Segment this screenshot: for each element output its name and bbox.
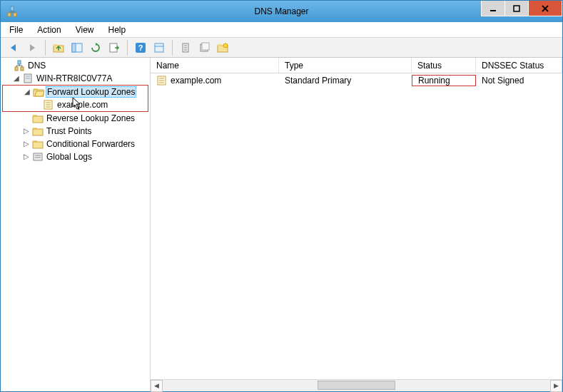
svg-rect-27 [218, 44, 222, 46]
cell-name: example.com [151, 75, 279, 86]
zone-icon [43, 99, 54, 110]
svg-rect-44 [33, 116, 43, 123]
toolbar-sep-2 [127, 40, 128, 56]
close-button[interactable] [528, 1, 562, 16]
scroll-track[interactable] [163, 380, 550, 392]
dns-manager-window: DNS Manager File Action View Help ? [0, 0, 563, 392]
toolbar-button-b[interactable] [196, 39, 213, 56]
cell-name-text: example.com [171, 76, 221, 86]
tree-zone-example[interactable]: example.com [3, 98, 148, 111]
svg-rect-12 [54, 44, 58, 46]
window-title: DNS Manager [254, 6, 308, 16]
logs-icon [32, 151, 44, 163]
svg-rect-48 [33, 142, 43, 148]
svg-rect-30 [15, 67, 18, 71]
cell-dnssec: Not Signed [476, 76, 562, 86]
tree-cond-label: Conditional Forwarders [45, 139, 136, 149]
svg-rect-46 [33, 129, 43, 135]
chevron-right-icon[interactable]: ▷ [22, 127, 31, 135]
list-body[interactable]: example.com Standard Primary Running Not… [151, 73, 562, 379]
horizontal-scrollbar[interactable]: ◀ ▶ [151, 379, 562, 391]
column-status[interactable]: Status [412, 58, 476, 73]
svg-rect-1 [8, 13, 11, 16]
tree-forward-label: Forward Lookup Zones [46, 86, 136, 98]
annotation-highlight-tree: ◢ Forward Lookup Zones example.com [2, 85, 148, 112]
svg-rect-25 [202, 43, 209, 50]
tree-reverse-label: Reverse Lookup Zones [45, 113, 136, 123]
tree-server-label: WIN-RTR8IC0V77A [35, 73, 113, 83]
minimize-button[interactable] [481, 1, 505, 16]
chevron-right-icon[interactable]: ▷ [22, 153, 31, 161]
tree-logs-label: Global Logs [45, 152, 93, 162]
column-name[interactable]: Name [151, 58, 279, 73]
scroll-right-button[interactable]: ▶ [550, 380, 562, 392]
spacer [33, 100, 41, 109]
properties-button[interactable] [151, 39, 168, 56]
toolbar: ? [1, 38, 562, 58]
tree-reverse-lookup-zones[interactable]: Reverse Lookup Zones [2, 112, 148, 125]
forward-button[interactable] [24, 39, 41, 56]
svg-point-28 [223, 43, 228, 48]
tree-trust-label: Trust Points [45, 126, 93, 136]
svg-rect-31 [21, 67, 24, 71]
maximize-button[interactable] [504, 1, 529, 16]
new-zone-button[interactable] [214, 39, 231, 56]
column-type[interactable]: Type [279, 58, 412, 73]
menu-help[interactable]: Help [106, 24, 129, 36]
tree-server[interactable]: ◢ WIN-RTR8IC0V77A [2, 72, 148, 85]
svg-rect-14 [72, 43, 76, 52]
folder-icon [32, 113, 44, 124]
scroll-thumb[interactable] [318, 381, 395, 390]
show-hide-tree-button[interactable] [69, 39, 86, 56]
menubar: File Action View Help [1, 22, 562, 38]
tree-root-dns[interactable]: DNS [2, 59, 148, 72]
spacer [22, 114, 31, 123]
up-one-level-button[interactable] [50, 39, 67, 56]
main-body: DNS ◢ WIN-RTR8IC0V77A ◢ Forward Lookup Z… [1, 58, 562, 391]
zone-icon [156, 75, 168, 86]
svg-rect-35 [26, 76, 30, 77]
folder-icon [32, 138, 44, 150]
tree-pane[interactable]: DNS ◢ WIN-RTR8IC0V77A ◢ Forward Lookup Z… [1, 58, 151, 391]
chevron-down-icon[interactable] [4, 61, 12, 70]
chevron-right-icon[interactable]: ▷ [22, 140, 31, 148]
svg-rect-8 [514, 6, 519, 11]
export-list-button[interactable] [106, 39, 123, 56]
svg-rect-49 [34, 153, 42, 160]
svg-rect-29 [18, 61, 21, 64]
menu-file[interactable]: File [6, 24, 26, 36]
list-pane: Name Type Status DNSSEC Status example.c… [151, 58, 562, 391]
tree-trust-points[interactable]: ▷ Trust Points [2, 125, 148, 138]
window-controls [482, 1, 562, 16]
svg-rect-18 [155, 43, 163, 52]
svg-rect-2 [14, 13, 16, 16]
app-icon [6, 6, 18, 17]
menu-view[interactable]: View [73, 24, 97, 36]
toolbar-sep-3 [172, 40, 173, 56]
refresh-button[interactable] [87, 39, 104, 56]
list-row[interactable]: example.com Standard Primary Running Not… [151, 73, 562, 88]
back-button[interactable] [5, 39, 22, 56]
chevron-down-icon[interactable]: ◢ [23, 88, 31, 96]
svg-rect-0 [11, 6, 14, 11]
cell-type: Standard Primary [279, 76, 412, 86]
cell-status: Running [412, 75, 476, 86]
chevron-down-icon[interactable]: ◢ [12, 74, 21, 83]
scroll-left-button[interactable]: ◀ [151, 380, 163, 392]
help-button[interactable]: ? [132, 39, 149, 56]
titlebar: DNS Manager [1, 1, 562, 22]
svg-text:?: ? [138, 43, 143, 52]
tree-conditional-forwarders[interactable]: ▷ Conditional Forwarders [2, 138, 148, 150]
column-dnssec[interactable]: DNSSEC Status [476, 58, 562, 73]
list-header: Name Type Status DNSSEC Status [151, 58, 562, 73]
tree-root-label: DNS [26, 61, 47, 71]
tree-zone-label: example.com [56, 100, 109, 110]
tree-forward-lookup-zones[interactable]: ◢ Forward Lookup Zones [3, 86, 148, 98]
server-icon [22, 73, 34, 84]
dns-root-icon [14, 60, 25, 71]
toolbar-button-a[interactable] [177, 39, 194, 56]
svg-rect-36 [26, 78, 30, 79]
tree-global-logs[interactable]: ▷ Global Logs [2, 150, 148, 163]
folder-open-icon [33, 86, 44, 98]
menu-action[interactable]: Action [34, 24, 64, 36]
